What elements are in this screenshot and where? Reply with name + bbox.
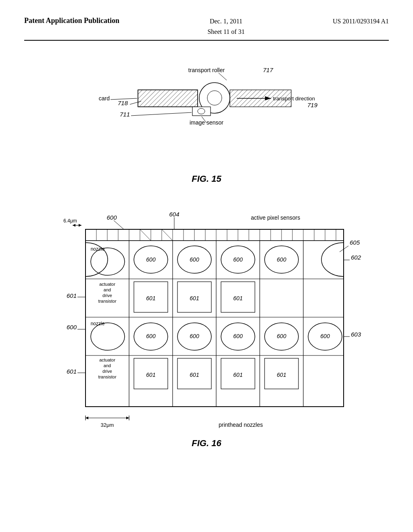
svg-text:actuator: actuator [99,282,115,287]
publication-date: Dec. 1, 2011 [210,18,242,25]
svg-text:600: 600 [233,256,243,263]
fig16-diagram: 6.4μm 600 604 active pixel sensors 605 [49,204,364,434]
svg-rect-83 [303,241,344,279]
svg-text:600: 600 [106,214,117,221]
svg-text:card: card [99,95,110,102]
svg-point-6 [207,91,222,105]
svg-text:601: 601 [190,295,199,301]
svg-text:600: 600 [277,333,286,339]
svg-text:32μm: 32μm [101,422,114,428]
svg-text:drive: drive [102,293,112,298]
svg-text:transport roller: transport roller [188,67,225,73]
svg-text:601: 601 [67,368,77,375]
patent-number: US 2011/0293194 A1 [333,16,389,27]
svg-text:601: 601 [146,295,155,301]
svg-rect-10 [138,90,198,107]
svg-text:6.4μm: 6.4μm [63,218,77,224]
svg-point-107 [91,323,125,350]
svg-text:603: 603 [351,331,361,338]
svg-text:601: 601 [233,295,242,301]
svg-text:604: 604 [169,211,179,218]
svg-line-60 [140,229,151,241]
fig15-diagram: transport roller 717 718 [90,65,323,170]
svg-text:719: 719 [307,102,318,108]
svg-text:718: 718 [118,100,128,106]
svg-text:drive: drive [102,369,112,374]
svg-text:601: 601 [277,372,286,378]
svg-text:transistor: transistor [98,374,117,379]
svg-text:711: 711 [120,111,130,118]
fig16-container: 6.4μm 600 604 active pixel sensors 605 [49,204,364,449]
svg-text:nozzle: nozzle [91,246,105,252]
svg-text:600: 600 [233,333,243,339]
svg-text:600: 600 [146,333,156,339]
page-container: Patent Application Publication Dec. 1, 2… [0,0,413,532]
svg-rect-18 [192,107,211,116]
header-center: Dec. 1, 2011 Sheet 11 of 31 [207,16,244,37]
svg-text:601: 601 [146,372,155,378]
svg-line-61 [162,229,173,241]
svg-text:605: 605 [350,239,360,246]
svg-rect-35 [86,229,344,407]
svg-line-2 [219,73,227,80]
svg-text:717: 717 [263,66,273,73]
svg-text:and: and [104,363,111,368]
sheet-info: Sheet 11 of 31 [207,28,244,35]
svg-text:600: 600 [190,256,199,263]
svg-text:and: and [104,287,111,292]
svg-text:602: 602 [351,254,361,261]
svg-text:image sensor: image sensor [190,119,223,126]
svg-text:printhead nozzles: printhead nozzles [219,422,263,428]
svg-text:600: 600 [320,333,330,339]
publication-label: Patent Application Publication [24,16,119,25]
svg-text:601: 601 [233,372,242,378]
fig16-label: FIG. 16 [49,438,364,449]
svg-rect-36 [86,229,344,241]
fig15-label: FIG. 15 [90,174,323,184]
svg-text:600: 600 [190,333,199,339]
svg-line-29 [114,220,124,229]
svg-text:active pixel sensors: active pixel sensors [251,214,300,221]
svg-text:actuator: actuator [99,357,115,362]
svg-line-21 [131,112,192,116]
svg-text:601: 601 [67,292,77,299]
svg-text:600: 600 [277,256,286,263]
svg-text:transport direction: transport direction [273,96,315,102]
fig15-container: transport roller 717 718 [90,65,323,184]
figures-area: transport roller 717 718 [24,57,389,449]
page-header: Patent Application Publication Dec. 1, 2… [24,16,389,41]
svg-text:transistor: transistor [98,299,117,303]
svg-text:600: 600 [67,324,77,330]
svg-text:600: 600 [146,256,156,263]
svg-text:601: 601 [190,372,199,378]
